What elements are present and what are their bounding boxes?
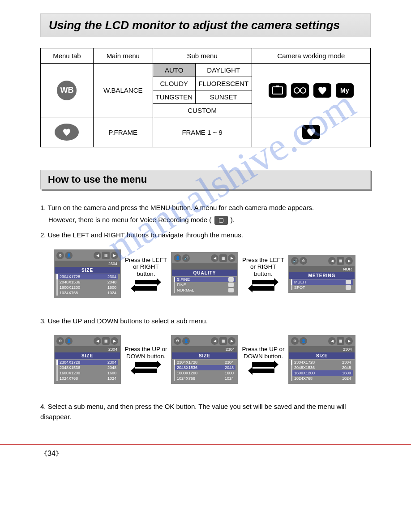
cell-pframe-icon [41,117,94,147]
section-title: How to use the menu [48,174,363,185]
list-item: FINE [174,282,235,287]
grid-icon: ▦ [337,257,344,265]
arrow-left-icon [135,286,157,291]
table-row-pframe: P.FRAME FRAME 1 ~ 9 [41,117,371,147]
set-icon: ⚙ [174,337,181,345]
list-item: 2304X17282304 [291,360,353,365]
camera-icon [269,83,287,98]
left-arrow-icon: ◀ [328,337,336,345]
cell-pframe-mode [252,117,370,147]
table-row-wb: WB W.BALANCE AUTO DAYLIGHT My [41,64,371,77]
lcd-bar-size: SIZE [172,352,237,359]
list-item: 2304X17282304 [56,360,118,365]
lcd-top: ⚙👤 ◀▦▶ [172,336,237,346]
lcd-size-sel3: ⚙👤 ◀▦▶ 2304 SIZE 2304X17282304 2048X1536… [288,335,355,384]
lcd-size-sel2: ⚙👤 ◀▦▶ 2304 SIZE 2304X17282304 2048X1536… [171,335,238,384]
lcd-rows: 2304X17282304 2048X15362048 1600X1200160… [289,360,355,383]
list-item: MULTI [291,279,353,285]
left-arrow-icon: ◀ [94,252,101,259]
cell-pframe-main: P.FRAME [93,117,153,147]
arrow-label: Press the LEFT or RIGHT button. [241,257,286,278]
left-arrow-icon: ◀ [211,254,218,262]
sub-sunset: SUNSET [195,90,252,104]
list-item: 2048X15362048 [174,365,235,370]
arrow-label: Press the LEFT or RIGHT button. [124,257,168,278]
page-number: 《34》 [40,449,371,459]
lcd-row-lr: ⚙👤 ◀▦▶ 2304 SIZE 2304X17282304 2048X1536… [54,249,371,298]
arrow-right-icon [252,362,274,367]
quality-icon [228,277,234,282]
list-item: SPOT [291,285,353,290]
lcd-rows: S.FINE FINE NORMAL [172,277,237,295]
person-icon: 👤 [182,337,190,345]
arrow-label: Press the UP or DOWN button. [241,346,286,360]
sub-auto: AUTO [153,64,195,77]
lcd-top: ⚙👤 ◀▦▶ [289,336,355,346]
lcd-bar-quality: QUALITY [172,270,237,276]
lcd-bar-metering: METERING [289,272,355,279]
arrow-right-icon [135,362,157,367]
lcd-top: 👤🔊 ◀▦▶ [172,253,237,263]
lcd-tag: NOR [289,266,355,272]
lcd-top: 🔊⏱ ◀▦▶ [289,256,355,266]
list-item: 2304X17282304 [174,360,235,365]
grid-icon: ▦ [102,252,110,259]
step-1b: However, there is no menu for Voice Reco… [48,216,211,223]
grid-icon: ▦ [102,337,110,345]
speaker-icon: 🔊 [182,254,190,262]
sub-fluorescent: FLUORESCENT [195,77,252,90]
cell-wb-main: W.BALANCE [93,64,153,117]
step-4: 4. Select a sub menu, and then press the… [40,402,371,422]
arrow-group-lr: Press the LEFT or RIGHT button. [241,257,286,291]
page-title: Using the LCD monitor to adjust the came… [49,18,362,32]
metering-icon [346,280,351,284]
lcd-top: ⚙👤 ◀▦▶ [55,336,120,346]
lcd-rows: 2304X17282304 2048X15362048 1600X1200160… [55,360,120,383]
quality-icon [228,288,234,292]
step-3: 3. Use the UP and DOWN buttons to select… [40,316,371,326]
sub-cloudy: CLOUDY [153,77,195,90]
lcd-tag: 2304 [55,346,120,352]
arrow-left-icon [135,369,157,373]
list-item: 2304X17282304 [56,274,118,279]
list-item: S.FINE [174,277,235,282]
sub-tungsten: TUNGSTEN [153,90,195,104]
grid-icon: ▦ [219,337,227,345]
arrow-group-ud: Press the UP or DOWN button. [241,346,286,373]
divider [0,444,411,445]
step-2: 2. Use the LEFT and RIGHT buttons to nav… [40,230,371,240]
list-item: 1600X12001600 [174,370,235,376]
step-1c: ). [231,216,235,223]
lcd-tag: 2304 [55,261,120,267]
set-icon: ⚙ [291,337,299,345]
my-mode-icon: My [336,83,354,98]
wb-icon: WB [57,81,77,100]
lcd-size: ⚙👤 ◀▦▶ 2304 SIZE 2304X17282304 2048X1536… [54,249,121,298]
lcd-tag: 2304 [172,346,237,352]
person-icon: 👤 [300,337,307,345]
lcd-tag: 2304 [289,346,355,352]
table-header-row: Menu tab Main menu Sub menu Camera worki… [41,48,371,64]
th-menutab: Menu tab [41,48,94,64]
arrow-right-icon [252,280,274,284]
th-submenu: Sub menu [153,48,252,64]
heart-icon [302,125,320,139]
list-item: 2048X15362048 [291,365,353,370]
right-arrow-icon: ▶ [228,337,235,345]
sub-custom: CUSTOM [153,104,252,117]
step-1b-wrap: However, there is no menu for Voice Reco… [40,215,371,225]
cell-pframe-sub: FRAME 1 ~ 9 [153,117,252,147]
speaker-icon: 🔊 [291,257,299,265]
metering-icon [346,285,351,290]
list-item: 1600X12001600 [291,370,353,376]
lcd-bar-size: SIZE [289,352,355,359]
settings-table: Menu tab Main menu Sub menu Camera worki… [40,48,371,147]
heart-frame-icon [55,124,79,141]
arrow-group-ud: Press the UP or DOWN button. [124,346,168,373]
grid-icon: ▦ [337,337,344,345]
right-arrow-icon: ▶ [111,252,118,259]
list-item: 1024X7681024 [174,376,235,381]
lcd-bar-size: SIZE [55,267,120,274]
list-item: 1600X12001600 [56,370,118,376]
list-item: NORMAL [174,287,235,293]
